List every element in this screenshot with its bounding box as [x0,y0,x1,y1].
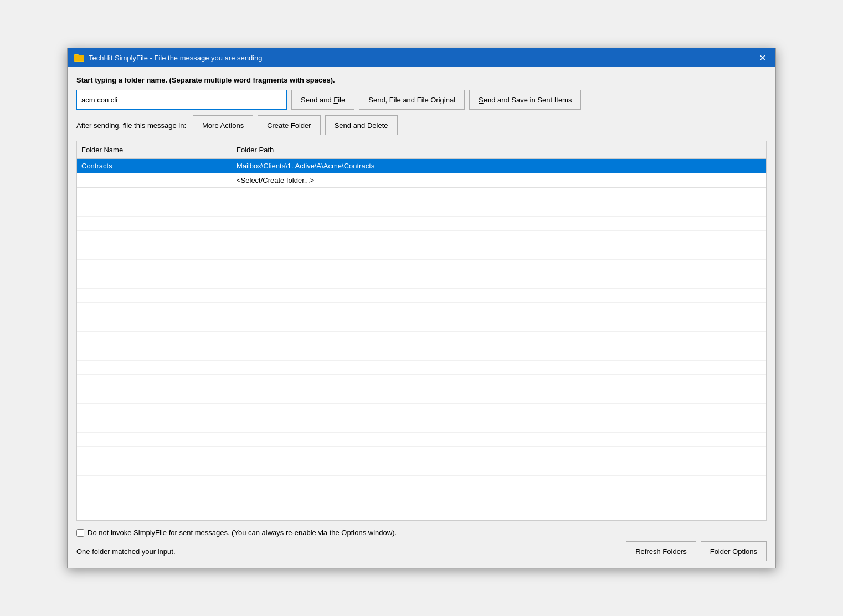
folder-path-header: Folder Path [232,143,766,156]
after-sending-label: After sending, file this message in: [76,121,186,130]
send-file-original-button[interactable]: Send, File and File Original [359,90,465,110]
send-and-file-button[interactable]: Send and File [291,90,354,110]
empty-row [77,461,766,476]
empty-row [77,274,766,289]
empty-row [77,332,766,346]
empty-row [77,389,766,404]
footer-buttons: Refresh Folders Folder Options [626,541,767,561]
empty-row [77,202,766,217]
empty-row [77,231,766,245]
empty-row [77,418,766,433]
empty-row [77,245,766,260]
do-not-invoke-label: Do not invoke SimplyFile for sent messag… [88,528,397,537]
search-input[interactable] [76,90,287,110]
status-text: One folder matched your input. [76,547,176,556]
do-not-invoke-checkbox[interactable] [76,529,84,537]
footer: Do not invoke SimplyFile for sent messag… [76,526,767,561]
empty-row [77,375,766,389]
send-save-sent-button[interactable]: Send and Save in Sent Items [469,90,581,110]
title-bar: TechHit SimplyFile - File the message yo… [68,48,775,67]
folder-options-button[interactable]: Folder Options [701,541,767,561]
main-window: TechHit SimplyFile - File the message yo… [67,48,776,568]
row1: Send and File Send, File and File Origin… [76,90,767,110]
window-title: TechHit SimplyFile - File the message yo… [89,54,263,62]
folder-table: Folder Name Folder Path Contracts Mailbo… [76,141,767,521]
title-bar-left: TechHit SimplyFile - File the message yo… [74,53,263,63]
create-folder-button[interactable]: Create Folder [258,115,321,135]
empty-row [77,346,766,361]
empty-row [77,289,766,303]
instruction-label: Start typing a folder name. (Separate mu… [76,76,767,84]
refresh-folders-button[interactable]: Refresh Folders [626,541,696,561]
empty-row [77,303,766,317]
empty-row [77,317,766,332]
empty-row [77,447,766,461]
table-row[interactable]: Contracts Mailbox\Clients\1. Active\A\Ac… [77,159,766,173]
empty-row [77,361,766,375]
placeholder-name-cell [77,173,232,187]
app-icon [74,53,84,63]
empty-row [77,404,766,418]
select-create-folder-row[interactable]: <Select/Create folder...> [77,173,766,188]
more-actions-button[interactable]: More Actions [193,115,253,135]
send-delete-button[interactable]: Send and Delete [325,115,398,135]
placeholder-path-cell: <Select/Create folder...> [232,173,766,187]
empty-row [77,188,766,202]
folder-name-cell: Contracts [77,159,232,173]
row2: After sending, file this message in: Mor… [76,115,767,135]
empty-row [77,433,766,447]
folder-name-header: Folder Name [77,143,232,156]
checkbox-row: Do not invoke SimplyFile for sent messag… [76,528,767,537]
folder-path-cell: Mailbox\Clients\1. Active\A\Acme\Contrac… [232,159,766,173]
table-header: Folder Name Folder Path [77,141,766,159]
empty-row [77,260,766,274]
svg-rect-2 [74,55,84,61]
empty-row [77,217,766,231]
status-row: One folder matched your input. Refresh F… [76,541,767,561]
table-body: Contracts Mailbox\Clients\1. Active\A\Ac… [77,159,766,520]
content-area: Start typing a folder name. (Separate mu… [68,67,775,568]
close-button[interactable]: ✕ [755,51,769,64]
